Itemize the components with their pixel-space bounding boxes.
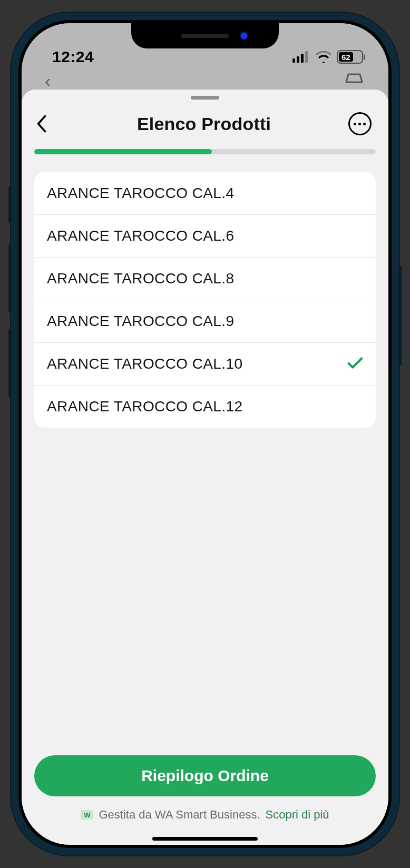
sheet-grabber[interactable]: [191, 96, 219, 100]
phone-frame: 12:24: [11, 13, 399, 855]
managed-by-text: Gestita da WA Smart Business.: [99, 808, 260, 822]
background-back-icon: ‹: [45, 71, 51, 91]
check-icon: [347, 357, 363, 371]
product-label: ARANCE TAROCCO CAL.9: [47, 313, 234, 330]
product-row[interactable]: ARANCE TAROCCO CAL.8: [34, 258, 376, 300]
wa-badge-icon: W: [81, 810, 93, 820]
product-row[interactable]: ARANCE TAROCCO CAL.4: [34, 172, 376, 215]
power-button: [398, 265, 402, 366]
product-label: ARANCE TAROCCO CAL.10: [47, 356, 242, 372]
product-list: ARANCE TAROCCO CAL.4ARANCE TAROCCO CAL.6…: [34, 172, 376, 428]
volume-button: [8, 329, 12, 397]
home-indicator[interactable]: [152, 837, 258, 841]
more-options-button[interactable]: [348, 112, 372, 135]
back-button[interactable]: [36, 115, 60, 133]
progress-fill: [34, 149, 212, 154]
volume-button: [8, 244, 12, 313]
battery-percent: 62: [341, 53, 350, 62]
product-label: ARANCE TAROCCO CAL.6: [47, 228, 234, 244]
product-label: ARANCE TAROCCO CAL.12: [47, 398, 242, 415]
cellular-signal-icon: [292, 51, 310, 63]
more-icon: [354, 123, 366, 125]
product-label: ARANCE TAROCCO CAL.8: [47, 270, 234, 287]
product-row[interactable]: ARANCE TAROCCO CAL.10: [34, 343, 376, 386]
order-summary-button[interactable]: Riepilogo Ordine: [34, 755, 376, 796]
volume-button: [8, 186, 12, 223]
svg-rect-2: [301, 54, 304, 63]
product-row[interactable]: ARANCE TAROCCO CAL.9: [34, 300, 376, 343]
product-label: ARANCE TAROCCO CAL.4: [47, 185, 234, 202]
product-row[interactable]: ARANCE TAROCCO CAL.12: [34, 386, 376, 428]
battery-icon: 62: [337, 50, 365, 64]
managed-by-line: W Gestita da WA Smart Business. Scopri d…: [34, 808, 376, 822]
notch: [131, 23, 279, 48]
learn-more-link[interactable]: Scopri di più: [266, 808, 329, 822]
status-time: 12:24: [52, 48, 94, 66]
product-row[interactable]: ARANCE TAROCCO CAL.6: [34, 215, 376, 258]
wifi-icon: [316, 51, 331, 63]
sheet-title: Elenco Prodotti: [137, 114, 271, 134]
bottom-sheet: Elenco Prodotti ARANCE TAROCCO CAL.4ARAN…: [22, 90, 388, 845]
svg-rect-0: [292, 58, 295, 63]
svg-rect-3: [305, 51, 308, 63]
progress-bar: [34, 149, 376, 154]
svg-rect-1: [297, 56, 299, 63]
background-card-icon: [343, 71, 365, 87]
